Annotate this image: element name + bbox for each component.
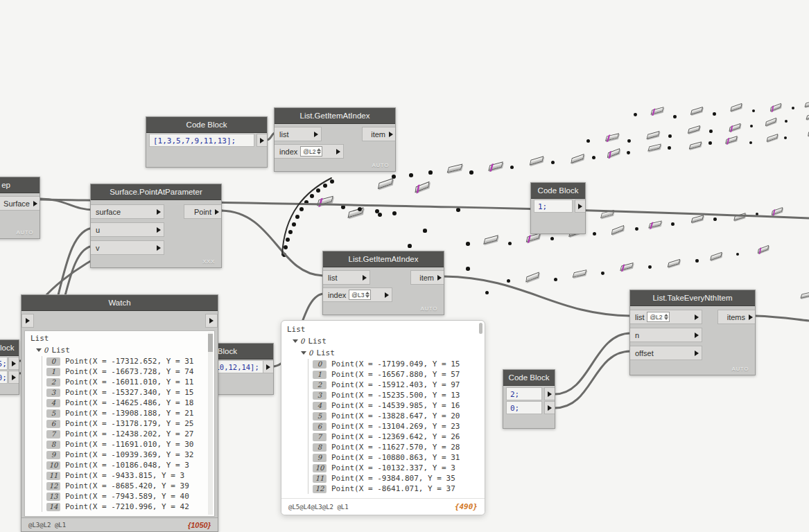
node-title[interactable]: Code Block [0,340,19,356]
node-list-getitematindex-2[interactable]: List.GetItemAtIndex list item index @L3 … [322,251,444,315]
port-chevron-icon [548,391,552,397]
output-port-item[interactable]: item [362,127,395,141]
dynamo-canvas[interactable]: Code Block [0,2,4,6,8,10,12,14]; ep Surf… [0,0,809,532]
list-level-spinner[interactable]: @L2 [647,312,669,322]
node-title[interactable]: List.TakeEveryNthItem [630,290,755,306]
input-port-surface[interactable]: surface [91,204,164,219]
list-item: 12 Point(X = -8641.071, Y = 37 [313,484,485,494]
port-chevron-icon [12,361,16,366]
list-item: 9 Point(X = -10939.369, Y = 32 [46,450,214,460]
lacing-indicator[interactable]: AUTO [17,229,33,236]
node-title[interactable]: ep [0,177,40,193]
watch-output-port[interactable] [205,314,218,328]
node-code-block-left[interactable]: Code Block 15; 70; [0,339,19,395]
output-port[interactable] [544,401,555,414]
watch-list-preview[interactable]: List 0 List 0 Point(X = -17312.652, Y = … [24,330,215,517]
port-chevron-icon [695,332,699,338]
list-group[interactable]: 0 List [25,344,214,356]
wire[interactable] [555,351,631,408]
input-port-list[interactable]: list [275,127,322,141]
list-group[interactable]: 0 List [281,347,485,359]
output-port-items[interactable]: items [717,310,755,324]
node-title[interactable]: Code Block [146,117,267,133]
output-port[interactable] [263,360,273,373]
list-item-value: Point(X = -13178.179, Y = 25 [65,419,193,428]
expander-icon[interactable] [36,348,42,352]
spinner-arrows-icon[interactable] [365,292,369,298]
input-port-u[interactable]: u [91,222,164,237]
node-title[interactable]: List.GetItemAtIndex [275,108,395,124]
output-port[interactable] [8,371,19,384]
item-count-badge: {490} [455,502,478,511]
code-input[interactable]: 1; [534,200,573,213]
input-port-v[interactable]: v [91,240,164,255]
list-item-value: Point(X = -10939.369, Y = 32 [65,450,193,459]
wire[interactable] [444,276,631,316]
code-input[interactable]: 70; [0,371,8,384]
list-group[interactable]: 0 List [281,335,485,347]
output-port-surface[interactable]: Surface [0,196,40,211]
node-surface-pointatparameter[interactable]: Surface.PointAtParameter surface Point u… [90,184,222,268]
preview-bubble[interactable]: List 0 List 0 List 0 Point(X = -17199.04… [281,320,485,515]
output-port[interactable] [575,200,585,213]
output-port-item[interactable]: item [410,270,444,285]
wire[interactable] [756,316,809,321]
expander-icon[interactable] [301,351,306,355]
input-port-index[interactable]: index @L2 [275,144,344,159]
list-item-value: Point(X = -11691.010, Y = 30 [65,440,193,449]
output-port[interactable] [544,387,555,400]
spinner-arrows-icon[interactable] [664,314,668,320]
port-label: offset [635,349,654,357]
wire[interactable] [222,211,323,276]
list-item-index: 8 [313,443,327,452]
scrollbar[interactable] [208,332,213,515]
code-input[interactable]: [1,3,5,7,9,11,13]; [149,134,254,147]
node-title[interactable]: List.GetItemAtIndex [323,251,444,267]
list-level-spinner[interactable]: @L2 [300,146,322,157]
node-title[interactable]: Code Block [503,370,555,386]
spinner-arrows-icon[interactable] [317,148,321,154]
port-label: Point [194,208,211,216]
node-watch[interactable]: Watch List 0 List 0 Point(X = -17312.652… [21,294,218,532]
node-code-block-one[interactable]: Code Block 1; [530,182,586,234]
input-port-index[interactable]: index @L3 [323,287,392,302]
expander-icon[interactable] [293,339,298,343]
list-item-value: Point(X = -7943.589, Y = 40 [65,492,189,501]
node-title[interactable]: Surface.PointAtParameter [91,184,221,200]
list-item: 2 Point(X = -16011.010, Y = 11 [46,377,214,387]
wire[interactable] [555,333,631,394]
input-port-offset[interactable]: offset [630,346,702,360]
list-level-spinner[interactable]: @L3 [349,290,371,300]
node-code-block-odds[interactable]: Code Block [1,3,5,7,9,11,13]; [146,116,268,168]
list-item: 8 Point(X = -11627.570, Y = 28 [313,442,485,452]
port-chevron-icon [749,314,753,320]
input-port-n[interactable]: n [630,328,702,342]
code-input[interactable]: 2; [506,387,542,400]
node-code-block-two-zero[interactable]: Code Block 2; 0; [503,369,555,429]
lacing-indicator[interactable]: AUTO [372,162,389,168]
watch-input-port[interactable] [21,314,34,328]
output-port[interactable] [8,357,19,370]
list-item-index: 3 [313,391,327,400]
list-root-label: List [25,331,214,344]
list-item-index: 10 [46,461,60,470]
node-list-takeeverynthitem[interactable]: List.TakeEveryNthItem list @L2 items n o… [629,290,756,375]
port-chevron-icon [157,245,161,251]
node-list-getitematindex-1[interactable]: List.GetItemAtIndex list item index @L2 … [274,107,396,172]
list-item-index: 0 [313,360,327,369]
lacing-indicator[interactable]: AUTO [732,366,749,372]
list-item-value: Point(X = -13104.269, Y = 23 [331,422,460,431]
code-input[interactable]: 15; [0,357,8,370]
input-port-list[interactable]: list @L2 [630,310,702,324]
node-title[interactable]: Code Block [531,183,585,199]
input-port-list[interactable]: list [323,270,370,285]
node-title[interactable]: Watch [21,295,218,311]
scrollbar-thumb[interactable] [208,334,213,352]
node-left-clipped[interactable]: ep Surface AUTO [0,177,40,239]
scrollbar-thumb[interactable] [479,323,482,334]
output-port[interactable] [256,134,267,147]
output-port-point[interactable]: Point [184,204,221,219]
lacing-indicator[interactable]: AUTO [421,305,437,312]
code-input[interactable]: 0; [506,401,542,414]
lacing-indicator[interactable]: XXX [202,258,215,265]
